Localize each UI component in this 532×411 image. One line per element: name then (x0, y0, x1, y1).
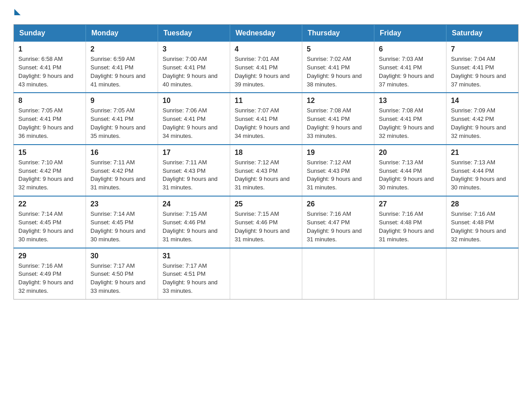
calendar-cell: 17Sunrise: 7:11 AMSunset: 4:43 PMDayligh… (158, 145, 230, 196)
day-of-week-header: Friday (374, 25, 446, 42)
calendar-cell: 25Sunrise: 7:15 AMSunset: 4:46 PMDayligh… (230, 196, 302, 248)
day-number: 7 (451, 45, 514, 53)
calendar-cell (230, 248, 302, 300)
day-of-week-header: Wednesday (230, 25, 302, 42)
calendar-week-row: 29Sunrise: 7:16 AMSunset: 4:49 PMDayligh… (14, 248, 519, 300)
day-info: Sunrise: 7:16 AMSunset: 4:49 PMDaylight:… (18, 262, 81, 295)
day-number: 12 (307, 97, 369, 105)
calendar-table: SundayMondayTuesdayWednesdayThursdayFrid… (13, 24, 519, 300)
calendar-cell: 30Sunrise: 7:17 AMSunset: 4:50 PMDayligh… (86, 248, 158, 300)
day-number: 4 (235, 45, 297, 53)
calendar-cell: 26Sunrise: 7:16 AMSunset: 4:47 PMDayligh… (302, 196, 374, 248)
calendar-cell: 4Sunrise: 7:01 AMSunset: 4:41 PMDaylight… (230, 42, 302, 93)
day-number: 21 (451, 149, 514, 157)
day-number: 27 (379, 200, 442, 208)
day-number: 3 (163, 45, 225, 53)
day-info: Sunrise: 7:05 AMSunset: 4:41 PMDaylight:… (90, 107, 153, 140)
calendar-cell: 12Sunrise: 7:08 AMSunset: 4:41 PMDayligh… (302, 93, 374, 144)
day-number: 28 (451, 200, 514, 208)
calendar-week-row: 22Sunrise: 7:14 AMSunset: 4:45 PMDayligh… (14, 196, 519, 248)
day-info: Sunrise: 7:13 AMSunset: 4:44 PMDaylight:… (379, 158, 442, 192)
day-number: 2 (90, 45, 153, 53)
day-number: 29 (18, 252, 81, 260)
day-info: Sunrise: 7:14 AMSunset: 4:45 PMDaylight:… (18, 210, 81, 244)
day-number: 20 (379, 149, 442, 157)
day-of-week-header: Thursday (302, 25, 374, 42)
day-info: Sunrise: 7:11 AMSunset: 4:43 PMDaylight:… (163, 158, 225, 192)
calendar-cell: 5Sunrise: 7:02 AMSunset: 4:41 PMDaylight… (302, 42, 374, 93)
calendar-cell: 7Sunrise: 7:04 AMSunset: 4:41 PMDaylight… (446, 42, 519, 93)
day-info: Sunrise: 7:04 AMSunset: 4:41 PMDaylight:… (451, 55, 514, 89)
calendar-cell: 13Sunrise: 7:08 AMSunset: 4:41 PMDayligh… (374, 93, 446, 144)
calendar-cell: 24Sunrise: 7:15 AMSunset: 4:46 PMDayligh… (158, 196, 230, 248)
day-info: Sunrise: 7:11 AMSunset: 4:42 PMDaylight:… (90, 158, 153, 192)
calendar-cell: 11Sunrise: 7:07 AMSunset: 4:41 PMDayligh… (230, 93, 302, 144)
day-info: Sunrise: 7:15 AMSunset: 4:46 PMDaylight:… (163, 210, 225, 244)
day-info: Sunrise: 7:07 AMSunset: 4:41 PMDaylight:… (235, 107, 297, 140)
day-number: 5 (307, 45, 369, 53)
day-info: Sunrise: 7:16 AMSunset: 4:47 PMDaylight:… (307, 210, 369, 244)
calendar-cell: 9Sunrise: 7:05 AMSunset: 4:41 PMDaylight… (86, 93, 158, 144)
day-info: Sunrise: 7:16 AMSunset: 4:48 PMDaylight:… (451, 210, 514, 244)
day-info: Sunrise: 7:09 AMSunset: 4:42 PMDaylight:… (451, 107, 514, 140)
day-number: 30 (90, 252, 153, 260)
day-info: Sunrise: 7:10 AMSunset: 4:42 PMDaylight:… (18, 158, 81, 192)
day-number: 26 (307, 200, 369, 208)
day-info: Sunrise: 7:03 AMSunset: 4:41 PMDaylight:… (379, 55, 442, 89)
calendar-week-row: 8Sunrise: 7:05 AMSunset: 4:41 PMDaylight… (14, 93, 519, 144)
day-number: 6 (379, 45, 442, 53)
day-number: 19 (307, 149, 369, 157)
day-number: 9 (90, 97, 153, 105)
calendar-cell: 23Sunrise: 7:14 AMSunset: 4:45 PMDayligh… (86, 196, 158, 248)
calendar-cell: 8Sunrise: 7:05 AMSunset: 4:41 PMDaylight… (14, 93, 86, 144)
day-number: 22 (18, 200, 81, 208)
day-number: 13 (379, 97, 442, 105)
day-info: Sunrise: 7:02 AMSunset: 4:41 PMDaylight:… (307, 55, 369, 89)
day-number: 8 (18, 97, 81, 105)
page-header (13, 9, 519, 15)
calendar-cell: 20Sunrise: 7:13 AMSunset: 4:44 PMDayligh… (374, 145, 446, 196)
calendar-week-row: 1Sunrise: 6:58 AMSunset: 4:41 PMDaylight… (14, 42, 519, 93)
day-of-week-header: Tuesday (158, 25, 230, 42)
day-info: Sunrise: 7:16 AMSunset: 4:48 PMDaylight:… (379, 210, 442, 244)
calendar-cell (446, 248, 519, 300)
day-number: 1 (18, 45, 81, 53)
day-info: Sunrise: 7:12 AMSunset: 4:43 PMDaylight:… (307, 158, 369, 192)
logo (13, 9, 21, 15)
day-of-week-header: Sunday (14, 25, 86, 42)
day-of-week-header: Monday (86, 25, 158, 42)
calendar-cell: 21Sunrise: 7:13 AMSunset: 4:44 PMDayligh… (446, 145, 519, 196)
day-number: 31 (163, 252, 225, 260)
day-info: Sunrise: 7:17 AMSunset: 4:50 PMDaylight:… (90, 262, 153, 295)
day-number: 23 (90, 200, 153, 208)
day-number: 25 (235, 200, 297, 208)
calendar-cell: 31Sunrise: 7:17 AMSunset: 4:51 PMDayligh… (158, 248, 230, 300)
day-info: Sunrise: 7:08 AMSunset: 4:41 PMDaylight:… (379, 107, 442, 140)
calendar-cell: 22Sunrise: 7:14 AMSunset: 4:45 PMDayligh… (14, 196, 86, 248)
calendar-cell: 10Sunrise: 7:06 AMSunset: 4:41 PMDayligh… (158, 93, 230, 144)
day-info: Sunrise: 7:05 AMSunset: 4:41 PMDaylight:… (18, 107, 81, 140)
day-info: Sunrise: 7:15 AMSunset: 4:46 PMDaylight:… (235, 210, 297, 244)
calendar-cell: 18Sunrise: 7:12 AMSunset: 4:43 PMDayligh… (230, 145, 302, 196)
calendar-cell: 16Sunrise: 7:11 AMSunset: 4:42 PMDayligh… (86, 145, 158, 196)
day-info: Sunrise: 6:59 AMSunset: 4:41 PMDaylight:… (90, 55, 153, 89)
day-number: 18 (235, 149, 297, 157)
calendar-cell: 19Sunrise: 7:12 AMSunset: 4:43 PMDayligh… (302, 145, 374, 196)
calendar-cell: 15Sunrise: 7:10 AMSunset: 4:42 PMDayligh… (14, 145, 86, 196)
day-info: Sunrise: 7:12 AMSunset: 4:43 PMDaylight:… (235, 158, 297, 192)
calendar-cell: 28Sunrise: 7:16 AMSunset: 4:48 PMDayligh… (446, 196, 519, 248)
day-info: Sunrise: 7:06 AMSunset: 4:41 PMDaylight:… (163, 107, 225, 140)
day-number: 10 (163, 97, 225, 105)
calendar-cell: 6Sunrise: 7:03 AMSunset: 4:41 PMDaylight… (374, 42, 446, 93)
calendar-cell: 2Sunrise: 6:59 AMSunset: 4:41 PMDaylight… (86, 42, 158, 93)
day-info: Sunrise: 7:01 AMSunset: 4:41 PMDaylight:… (235, 55, 297, 89)
day-number: 14 (451, 97, 514, 105)
calendar-week-row: 15Sunrise: 7:10 AMSunset: 4:42 PMDayligh… (14, 145, 519, 196)
calendar-header-row: SundayMondayTuesdayWednesdayThursdayFrid… (14, 25, 519, 42)
day-info: Sunrise: 6:58 AMSunset: 4:41 PMDaylight:… (18, 55, 81, 89)
day-number: 15 (18, 149, 81, 157)
day-of-week-header: Saturday (446, 25, 519, 42)
day-info: Sunrise: 7:13 AMSunset: 4:44 PMDaylight:… (451, 158, 514, 192)
logo-triangle-icon (14, 9, 21, 15)
day-number: 11 (235, 97, 297, 105)
